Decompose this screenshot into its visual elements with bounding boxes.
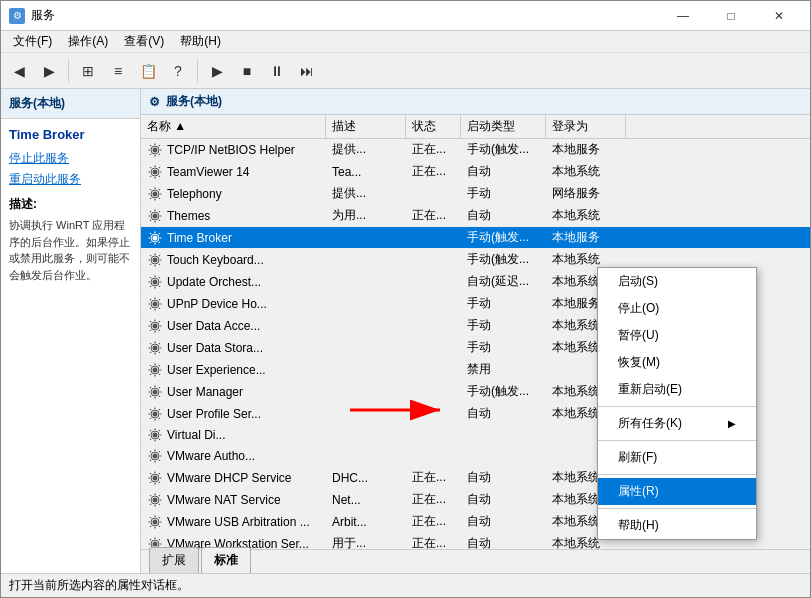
description-label: 描述:	[9, 196, 132, 213]
status-text: 打开当前所选内容的属性对话框。	[9, 577, 189, 594]
left-panel: 服务(本地) Time Broker 停止此服务 重启动此服务 描述: 协调执行…	[1, 89, 141, 573]
restart-service-button[interactable]: ⏭	[293, 57, 321, 85]
col-header-status[interactable]: 状态	[406, 115, 461, 138]
app-icon: ⚙	[9, 8, 25, 24]
gear-icon	[148, 449, 162, 463]
context-menu-separator	[598, 440, 756, 441]
service-icon	[147, 318, 163, 334]
table-row[interactable]: TCP/IP NetBIOS Helper 提供... 正在... 手动(触发.…	[141, 139, 810, 161]
service-icon	[147, 296, 163, 312]
maximize-button[interactable]: □	[708, 1, 754, 31]
service-login-cell: 网络服务	[546, 183, 626, 204]
menu-view[interactable]: 查看(V)	[116, 31, 172, 52]
service-name-text: VMware NAT Service	[167, 493, 281, 507]
minimize-button[interactable]: —	[660, 1, 706, 31]
service-icon	[147, 362, 163, 378]
col-header-name[interactable]: 名称 ▲	[141, 115, 326, 138]
service-name-cell: User Data Stora...	[141, 338, 326, 358]
context-menu-separator	[598, 474, 756, 475]
properties-button[interactable]: 📋	[134, 57, 162, 85]
list-view-button[interactable]: ≡	[104, 57, 132, 85]
ctx-item-label: 重新启动(E)	[618, 381, 682, 398]
service-desc-cell: 用于...	[326, 533, 406, 549]
ctx-item-label: 暂停(U)	[618, 327, 659, 344]
service-desc-cell	[326, 433, 406, 437]
table-row[interactable]: Telephony 提供... 手动 网络服务	[141, 183, 810, 205]
service-startup-cell: 自动(延迟...	[461, 271, 546, 292]
right-panel: ⚙ 服务(本地) 名称 ▲ 描述 状态 启动类型	[141, 89, 810, 573]
left-panel-header: 服务(本地)	[1, 89, 140, 119]
col-header-startup[interactable]: 启动类型	[461, 115, 546, 138]
help-button[interactable]: ?	[164, 57, 192, 85]
service-startup-cell: 自动	[461, 489, 546, 510]
context-menu-item[interactable]: 启动(S)	[598, 268, 756, 295]
gear-icon	[148, 231, 162, 245]
context-menu-item[interactable]: 属性(R)	[598, 478, 756, 505]
pause-service-button[interactable]: ⏸	[263, 57, 291, 85]
start-service-button[interactable]: ▶	[203, 57, 231, 85]
table-row[interactable]: Time Broker 手动(触发... 本地服务	[141, 227, 810, 249]
gear-icon	[148, 275, 162, 289]
service-startup-cell: 自动	[461, 205, 546, 226]
service-status-cell	[406, 258, 461, 262]
table-row[interactable]: TeamViewer 14 Tea... 正在... 自动 本地系统	[141, 161, 810, 183]
service-icon	[147, 470, 163, 486]
back-button[interactable]: ◀	[5, 57, 33, 85]
toolbar: ◀ ▶ ⊞ ≡ 📋 ? ▶ ■ ⏸ ⏭	[1, 53, 810, 89]
table-row[interactable]: Themes 为用... 正在... 自动 本地系统	[141, 205, 810, 227]
gear-icon	[148, 341, 162, 355]
service-status-cell: 正在...	[406, 467, 461, 488]
menu-file[interactable]: 文件(F)	[5, 31, 60, 52]
stop-service-button[interactable]: ■	[233, 57, 261, 85]
stop-service-link[interactable]: 停止此服务	[9, 150, 132, 167]
tab-extended[interactable]: 扩展	[149, 547, 199, 573]
gear-icon	[148, 428, 162, 442]
service-icon	[147, 427, 163, 443]
main-window: ⚙ 服务 — □ ✕ 文件(F) 操作(A) 查看(V) 帮助(H) ◀ ▶ ⊞…	[0, 0, 811, 598]
svg-point-36	[153, 541, 158, 546]
context-menu-item[interactable]: 帮助(H)	[598, 512, 756, 539]
service-name-cell: Virtual Di...	[141, 425, 326, 445]
menu-bar: 文件(F) 操作(A) 查看(V) 帮助(H)	[1, 31, 810, 53]
context-menu-item[interactable]: 重新启动(E)	[598, 376, 756, 403]
service-desc-cell	[326, 236, 406, 240]
context-menu-separator	[598, 406, 756, 407]
menu-action[interactable]: 操作(A)	[60, 31, 116, 52]
service-icon	[147, 186, 163, 202]
service-name-text: VMware Autho...	[167, 449, 255, 463]
forward-button[interactable]: ▶	[35, 57, 63, 85]
service-desc-cell	[326, 368, 406, 372]
service-name-cell: TeamViewer 14	[141, 162, 326, 182]
context-menu-item[interactable]: 所有任务(K)▶	[598, 410, 756, 437]
context-menu-item[interactable]: 暂停(U)	[598, 322, 756, 349]
restart-service-link[interactable]: 重启动此服务	[9, 171, 132, 188]
right-panel-icon: ⚙	[149, 95, 160, 109]
close-button[interactable]: ✕	[756, 1, 802, 31]
gear-icon	[148, 143, 162, 157]
context-menu-item[interactable]: 停止(O)	[598, 295, 756, 322]
service-desc-cell: Tea...	[326, 163, 406, 181]
context-menu-item[interactable]: 恢复(M)	[598, 349, 756, 376]
toolbar-sep-2	[197, 59, 198, 83]
service-name-cell: Themes	[141, 206, 326, 226]
service-startup-cell: 自动	[461, 511, 546, 532]
service-name-cell: Update Orchest...	[141, 272, 326, 292]
svg-point-24	[153, 411, 158, 416]
selected-service-name: Time Broker	[9, 127, 132, 142]
service-status-cell	[406, 192, 461, 196]
service-icon	[147, 406, 163, 422]
service-name-cell: VMware NAT Service	[141, 490, 326, 510]
menu-help[interactable]: 帮助(H)	[172, 31, 229, 52]
col-header-desc[interactable]: 描述	[326, 115, 406, 138]
show-hide-button[interactable]: ⊞	[74, 57, 102, 85]
ctx-item-label: 刷新(F)	[618, 449, 657, 466]
svg-point-10	[153, 257, 158, 262]
service-name-cell: User Profile Ser...	[141, 404, 326, 424]
tab-standard[interactable]: 标准	[201, 547, 251, 573]
service-desc-cell: DHC...	[326, 469, 406, 487]
col-header-login[interactable]: 登录为	[546, 115, 626, 138]
context-menu-item[interactable]: 刷新(F)	[598, 444, 756, 471]
service-desc-cell: 提供...	[326, 183, 406, 204]
col-header-startup-label: 启动类型	[467, 119, 515, 133]
gear-icon	[148, 253, 162, 267]
